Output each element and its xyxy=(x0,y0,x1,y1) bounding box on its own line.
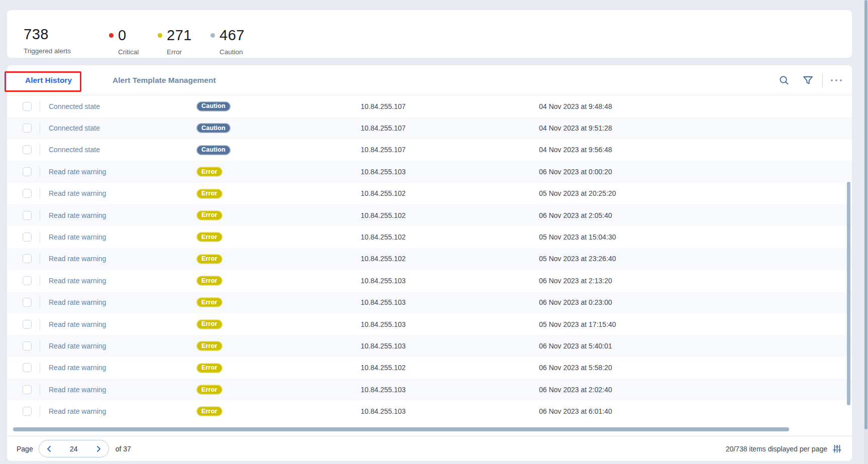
alert-name-link[interactable]: Read rate warning xyxy=(49,211,196,219)
alert-timestamp: 06 Nov 2023 at 0:23:00 xyxy=(539,298,852,306)
alert-name-link[interactable]: Read rate warning xyxy=(49,277,196,285)
alert-name-link[interactable]: Connected state xyxy=(49,124,196,132)
row-divider xyxy=(40,231,40,243)
alert-source-ip: 10.84.255.102 xyxy=(361,233,539,241)
caution-dot-icon xyxy=(210,33,215,38)
row-checkbox[interactable] xyxy=(23,320,32,329)
row-checkbox[interactable] xyxy=(23,298,32,307)
alert-name-link[interactable]: Read rate warning xyxy=(49,386,196,394)
tabbar: Alert History Alert Template Management xyxy=(7,65,852,95)
severity-badge: Error xyxy=(196,210,223,220)
alert-name-link[interactable]: Connected state xyxy=(49,146,196,154)
alert-timestamp: 05 Nov 2023 at 17:15:40 xyxy=(539,320,852,328)
alert-source-ip: 10.84.255.102 xyxy=(361,211,539,219)
row-checkbox[interactable] xyxy=(23,276,32,285)
alert-source-ip: 10.84.255.107 xyxy=(361,102,539,110)
alert-timestamp: 06 Nov 2023 at 2:02:40 xyxy=(539,386,852,394)
error-label: Error xyxy=(158,48,192,56)
table-row: Read rate warning Error 10.84.255.103 06… xyxy=(7,400,852,422)
items-per-page-summary: 20/738 items displayed per page xyxy=(726,445,827,453)
table-row: Read rate warning Error 10.84.255.103 06… xyxy=(7,379,852,400)
row-checkbox[interactable] xyxy=(23,124,32,133)
row-checkbox[interactable] xyxy=(23,145,32,154)
severity-badge: Error xyxy=(196,297,223,307)
page-scrollbar-track xyxy=(864,0,868,464)
row-checkbox[interactable] xyxy=(23,211,32,220)
alert-table: Connected state Caution 10.84.255.107 04… xyxy=(7,95,852,422)
error-stat: 271 Error xyxy=(158,27,192,56)
row-divider xyxy=(40,362,40,373)
row-divider xyxy=(40,319,40,330)
total-pages-label: of 37 xyxy=(116,445,131,453)
alert-panel: Alert History Alert Template Management … xyxy=(7,65,852,461)
severity-badge: Error xyxy=(196,341,223,351)
alert-name-link[interactable]: Read rate warning xyxy=(49,364,196,372)
alert-timestamp: 05 Nov 2023 at 23:26:40 xyxy=(539,255,852,263)
critical-dot-icon xyxy=(109,33,114,38)
error-count: 271 xyxy=(167,27,192,44)
alert-name-link[interactable]: Read rate warning xyxy=(49,342,196,350)
alert-timestamp: 05 Nov 2023 at 15:04:30 xyxy=(539,233,852,241)
row-checkbox[interactable] xyxy=(23,167,32,176)
page-selector: 24 xyxy=(39,440,109,457)
table-row: Connected state Caution 10.84.255.107 04… xyxy=(7,95,852,117)
search-icon[interactable] xyxy=(779,75,790,86)
row-checkbox[interactable] xyxy=(23,189,32,198)
alert-name-link[interactable]: Read rate warning xyxy=(49,189,196,197)
row-divider xyxy=(40,188,40,199)
alert-source-ip: 10.84.255.103 xyxy=(361,386,539,394)
tab-alert-history[interactable]: Alert History xyxy=(25,76,72,85)
row-divider xyxy=(40,406,40,417)
severity-badge: Error xyxy=(196,254,223,264)
horizontal-scrollbar[interactable] xyxy=(13,427,789,431)
items-per-page-settings-icon[interactable] xyxy=(832,444,842,453)
alert-name-link[interactable]: Read rate warning xyxy=(49,407,196,415)
row-checkbox[interactable] xyxy=(23,385,32,394)
severity-badge: Error xyxy=(196,385,223,395)
alert-summary-card: 738 Triggered alerts 0 Critical 271 Erro… xyxy=(7,10,852,58)
severity-badge: Caution xyxy=(196,101,231,111)
alert-name-link[interactable]: Read rate warning xyxy=(49,320,196,328)
severity-badge: Caution xyxy=(196,145,231,155)
previous-page-icon[interactable] xyxy=(46,445,53,452)
row-checkbox[interactable] xyxy=(23,363,32,372)
alert-source-ip: 10.84.255.102 xyxy=(361,189,539,197)
alert-name-link[interactable]: Read rate warning xyxy=(49,298,196,306)
overflow-menu-icon[interactable] xyxy=(831,79,842,81)
alert-source-ip: 10.84.255.107 xyxy=(361,146,539,154)
alert-timestamp: 04 Nov 2023 at 9:56:48 xyxy=(539,146,852,154)
next-page-icon[interactable] xyxy=(95,445,102,452)
alert-name-link[interactable]: Read rate warning xyxy=(49,233,196,241)
table-row: Read rate warning Error 10.84.255.103 06… xyxy=(7,270,852,291)
table-row: Read rate warning Error 10.84.255.103 06… xyxy=(7,335,852,357)
filter-icon[interactable] xyxy=(803,75,813,85)
table-row: Read rate warning Error 10.84.255.102 05… xyxy=(7,248,852,270)
page-scrollbar-thumb[interactable] xyxy=(864,0,867,429)
row-checkbox[interactable] xyxy=(23,102,32,111)
row-checkbox[interactable] xyxy=(23,341,32,351)
critical-count: 0 xyxy=(118,27,127,44)
tab-alert-template-management[interactable]: Alert Template Management xyxy=(113,76,216,85)
row-checkbox[interactable] xyxy=(23,233,32,242)
table-row: Read rate warning Error 10.84.255.103 06… xyxy=(7,161,852,182)
alert-name-link[interactable]: Connected state xyxy=(49,102,196,110)
table-row: Read rate warning Error 10.84.255.102 06… xyxy=(7,357,852,379)
severity-badge: Error xyxy=(196,406,223,416)
row-divider xyxy=(40,166,40,177)
row-divider xyxy=(40,210,40,221)
row-checkbox[interactable] xyxy=(23,407,32,416)
critical-label: Critical xyxy=(109,48,139,56)
alert-timestamp: 04 Nov 2023 at 9:48:48 xyxy=(539,102,852,110)
severity-badge: Error xyxy=(196,363,223,373)
alert-source-ip: 10.84.255.103 xyxy=(361,298,539,306)
vertical-scrollbar[interactable] xyxy=(847,182,850,405)
alert-name-link[interactable]: Read rate warning xyxy=(49,255,196,263)
alert-timestamp: 06 Nov 2023 at 6:01:40 xyxy=(539,407,852,415)
alert-source-ip: 10.84.255.102 xyxy=(361,255,539,263)
row-checkbox[interactable] xyxy=(23,254,32,263)
row-divider xyxy=(40,253,40,264)
triggered-alerts-stat: 738 Triggered alerts xyxy=(24,26,71,55)
table-row: Connected state Caution 10.84.255.107 04… xyxy=(7,139,852,161)
current-page-input[interactable]: 24 xyxy=(70,445,78,453)
alert-name-link[interactable]: Read rate warning xyxy=(49,168,196,176)
